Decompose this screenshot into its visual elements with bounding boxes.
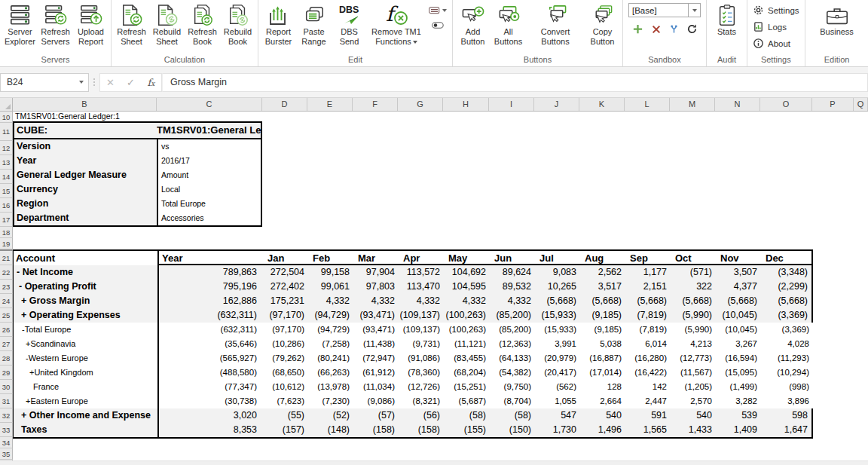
report-cell[interactable]: 3,282 [716, 394, 761, 408]
report-cell[interactable]: 4,377 [716, 280, 761, 294]
sandbox-select-arrow[interactable] [688, 4, 700, 17]
row-header-18[interactable]: 18 [0, 227, 13, 238]
name-box[interactable]: B24 [0, 73, 89, 92]
report-cell[interactable]: (10,294) [761, 366, 813, 380]
column-header-L[interactable]: L [625, 98, 670, 111]
report-cell[interactable]: (12,773) [671, 351, 716, 366]
row-header-31[interactable]: 31 [0, 394, 13, 408]
row-header-16[interactable]: 16 [0, 198, 13, 213]
report-cell[interactable]: (54,382) [490, 366, 535, 380]
report-cell[interactable]: 795,196 [157, 280, 263, 294]
report-cell[interactable]: 2,562 [580, 265, 625, 280]
row-header-25[interactable]: 25 [0, 308, 13, 323]
report-cell[interactable]: (632,311) [157, 308, 263, 323]
cube-label-cell[interactable]: CUBE: [14, 123, 157, 138]
report-row-label[interactable]: +United Kingdom [14, 366, 157, 380]
report-cell[interactable]: 8,353 [157, 423, 263, 437]
report-cell[interactable]: (3,369) [761, 323, 813, 337]
report-cell[interactable]: 1,177 [625, 265, 671, 280]
report-cell[interactable]: (11,567) [671, 366, 716, 380]
report-cell[interactable]: (571) [671, 265, 716, 280]
report-header-month-Jan[interactable]: Jan [263, 251, 308, 265]
report-cell[interactable]: (15,933) [535, 308, 580, 323]
rebuild-sheet-button[interactable]: Rebuild Sheet [149, 1, 185, 54]
report-cell[interactable]: (7,819) [625, 308, 671, 323]
row-header-24[interactable]: 24 [0, 294, 13, 308]
column-header-M[interactable]: M [670, 98, 715, 111]
report-cell[interactable]: (565,927) [157, 351, 263, 366]
insert-function-icon[interactable]: fx [141, 77, 161, 88]
report-cell[interactable]: (79,262) [263, 351, 308, 366]
report-header-month-Mar[interactable]: Mar [353, 251, 399, 265]
report-cell[interactable]: 789,863 [157, 265, 263, 280]
report-cell[interactable]: (94,729) [308, 323, 353, 337]
report-cell[interactable]: (3,369) [761, 308, 813, 323]
report-cell[interactable]: (150) [490, 423, 535, 437]
report-cell[interactable]: 6,014 [625, 337, 671, 351]
report-cell[interactable]: 9,083 [535, 265, 580, 280]
report-cell[interactable]: (16,422) [625, 366, 671, 380]
report-cell[interactable]: (10,045) [716, 323, 761, 337]
report-cell[interactable]: 175,231 [263, 294, 308, 308]
sandbox-select[interactable]: [Base] [628, 3, 701, 17]
report-cell[interactable]: (97,170) [263, 308, 308, 323]
cube-param-label[interactable]: Version [14, 139, 157, 154]
report-cell[interactable]: (998) [761, 380, 813, 394]
report-cell[interactable]: (57) [353, 408, 399, 423]
report-cell[interactable]: 3,517 [580, 280, 625, 294]
report-cell[interactable]: 1,409 [716, 423, 761, 437]
report-cell[interactable]: 99,061 [308, 280, 353, 294]
dbs-send-button[interactable]: DBS DBS Send [332, 1, 367, 54]
report-cell[interactable]: (3,348) [761, 265, 813, 280]
row-header-13[interactable]: 13 [0, 155, 13, 170]
report-cell[interactable]: (5,668) [580, 294, 625, 308]
row-header-34[interactable]: 34 [0, 437, 13, 448]
report-cell[interactable]: 591 [625, 408, 671, 423]
server-explorer-button[interactable]: Server Explorer [2, 1, 38, 54]
report-cell[interactable]: 1,565 [625, 423, 671, 437]
report-cell[interactable]: (68,650) [263, 366, 308, 380]
report-cell[interactable]: (632,311) [157, 323, 263, 337]
row-header-33[interactable]: 33 [0, 423, 13, 437]
row-header-17[interactable]: 17 [0, 213, 13, 227]
report-cell[interactable]: 4,332 [444, 294, 490, 308]
report-cell[interactable]: (94,729) [308, 308, 353, 323]
row-header-32[interactable]: 32 [0, 408, 13, 423]
report-cell[interactable]: (562) [535, 380, 580, 394]
row-header-19[interactable]: 19 [0, 238, 13, 249]
report-cell[interactable]: (1,499) [716, 380, 761, 394]
cube-param-label[interactable]: General Ledger Measure [14, 168, 157, 182]
cube-param-label[interactable]: Year [14, 154, 157, 168]
cube-param-label[interactable]: Region [14, 197, 157, 211]
column-header-K[interactable]: K [579, 98, 625, 111]
report-cell[interactable]: 3,991 [535, 337, 580, 351]
report-cell[interactable]: 1,055 [535, 394, 580, 408]
report-cell[interactable]: (20,417) [535, 366, 580, 380]
report-cell[interactable]: 540 [671, 408, 716, 423]
report-header-month-Jun[interactable]: Jun [490, 251, 535, 265]
report-row-label[interactable]: - Operating Profit [14, 280, 157, 294]
report-cell[interactable]: (5,668) [535, 294, 580, 308]
report-row-label[interactable]: + Gross Margin [14, 294, 157, 308]
cancel-entry-icon[interactable]: ✕ [100, 77, 121, 88]
report-header-month-Aug[interactable]: Aug [580, 251, 625, 265]
column-header-H[interactable]: H [443, 98, 489, 111]
report-header-year[interactable]: Year [157, 251, 263, 265]
report-cell[interactable]: 1,647 [761, 423, 813, 437]
report-cell[interactable]: (158) [399, 423, 444, 437]
column-header-I[interactable]: I [489, 98, 534, 111]
cube-param-value[interactable]: Accessories [157, 211, 261, 225]
row-header-35[interactable]: 35 [0, 448, 13, 460]
report-cell[interactable]: (9,185) [580, 308, 625, 323]
report-cell[interactable]: (1,205) [671, 380, 716, 394]
report-cell[interactable]: (2,299) [761, 280, 813, 294]
column-header-G[interactable]: G [398, 98, 443, 111]
report-cell[interactable]: 142 [625, 380, 671, 394]
formula-input[interactable]: Gross Margin [162, 73, 868, 92]
upload-report-button[interactable]: Upload Report [73, 1, 108, 54]
report-row-label[interactable]: -Western Europe [14, 351, 157, 366]
row-header-28[interactable]: 28 [0, 351, 13, 366]
report-cell[interactable]: (12,363) [490, 337, 535, 351]
rebuild-book-button[interactable]: Rebuild Book [220, 1, 255, 54]
report-cell[interactable]: 89,532 [490, 280, 535, 294]
